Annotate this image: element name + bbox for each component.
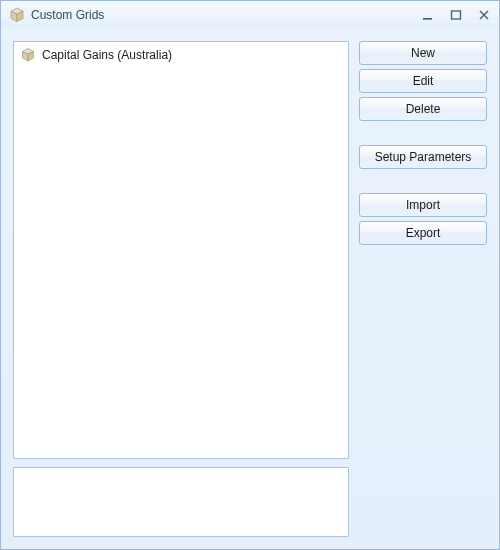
close-button[interactable]: [475, 6, 493, 24]
window-frame: Custom Grids: [0, 0, 500, 550]
app-icon: [9, 7, 25, 23]
setup-parameters-button[interactable]: Setup Parameters: [359, 145, 487, 169]
minimize-button[interactable]: [419, 6, 437, 24]
window-title: Custom Grids: [31, 8, 104, 22]
cube-icon: [20, 47, 36, 63]
left-column: Capital Gains (Australia): [13, 41, 349, 537]
crud-group: New Edit Delete: [359, 41, 487, 121]
svg-rect-3: [423, 18, 432, 20]
io-group: Import Export: [359, 193, 487, 245]
maximize-button[interactable]: [447, 6, 465, 24]
setup-group: Setup Parameters: [359, 145, 487, 169]
delete-button[interactable]: Delete: [359, 97, 487, 121]
import-button[interactable]: Import: [359, 193, 487, 217]
button-column: New Edit Delete Setup Parameters Import …: [359, 41, 487, 537]
window-controls: [419, 6, 493, 24]
detail-panel: [13, 467, 349, 537]
grids-listbox[interactable]: Capital Gains (Australia): [13, 41, 349, 459]
titlebar: Custom Grids: [1, 1, 499, 29]
edit-button[interactable]: Edit: [359, 69, 487, 93]
list-item[interactable]: Capital Gains (Australia): [18, 46, 344, 64]
client-area: Capital Gains (Australia) New Edit Delet…: [1, 29, 499, 549]
list-item-label: Capital Gains (Australia): [42, 48, 172, 62]
new-button[interactable]: New: [359, 41, 487, 65]
svg-rect-4: [452, 11, 461, 19]
export-button[interactable]: Export: [359, 221, 487, 245]
